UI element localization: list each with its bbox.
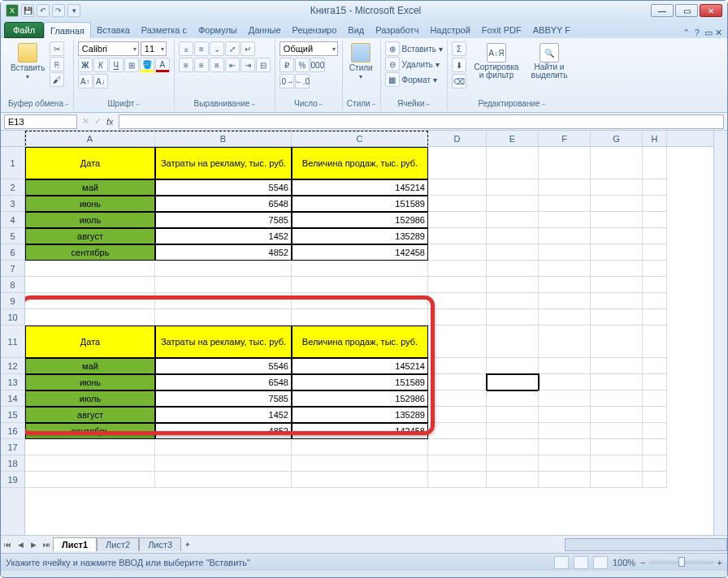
cell[interactable]	[428, 374, 487, 390]
cell[interactable]	[539, 277, 591, 293]
name-box[interactable]: E13	[4, 114, 77, 129]
align-right-icon[interactable]: ≡	[210, 58, 224, 72]
cell[interactable]	[155, 472, 292, 488]
cell[interactable]	[591, 374, 643, 390]
column-header[interactable]: H	[643, 131, 667, 146]
underline-icon[interactable]: Ч	[109, 58, 124, 72]
ribbon-options-icon[interactable]: ▭ ✕	[704, 28, 722, 38]
column-header[interactable]: E	[487, 131, 539, 146]
cell[interactable]: сентябрь	[25, 423, 155, 439]
cell[interactable]	[591, 293, 643, 309]
cell[interactable]: 4852	[155, 244, 292, 261]
row-header[interactable]: 3	[1, 196, 24, 212]
row-header[interactable]: 14	[1, 390, 24, 407]
cell[interactable]	[487, 455, 539, 472]
cell[interactable]: июнь	[25, 374, 155, 390]
cell[interactable]	[292, 277, 428, 293]
decrease-indent-icon[interactable]: ⇤	[225, 58, 240, 72]
cell[interactable]	[487, 179, 539, 196]
cell[interactable]	[428, 472, 487, 488]
cut-icon[interactable]: ✂	[50, 41, 64, 56]
delete-cells-button[interactable]: ⊖Удалить ▾	[385, 57, 440, 71]
cell[interactable]	[591, 196, 643, 212]
cell[interactable]	[539, 212, 591, 228]
cell[interactable]: 142458	[292, 244, 428, 261]
cell[interactable]	[591, 277, 643, 293]
cell[interactable]	[539, 407, 591, 423]
new-sheet-icon[interactable]: ✦	[181, 538, 194, 551]
cell[interactable]	[428, 179, 487, 196]
sheet-nav-last-icon[interactable]: ⏭	[40, 538, 53, 551]
maximize-button[interactable]: ▭	[675, 4, 698, 17]
cell[interactable]	[591, 455, 643, 472]
cell[interactable]	[487, 196, 539, 212]
styles-button[interactable]: Стили ▾	[347, 41, 375, 82]
cell[interactable]	[539, 261, 591, 277]
cell[interactable]	[487, 147, 539, 179]
row-header[interactable]: 12	[1, 358, 24, 374]
tab-home[interactable]: Главная	[44, 22, 91, 38]
cell[interactable]	[25, 293, 155, 309]
find-select-button[interactable]: 🔍 Найти и выделить	[526, 41, 572, 81]
page-layout-view-icon[interactable]	[574, 556, 588, 569]
cell[interactable]	[539, 439, 591, 455]
cell[interactable]: Величина продаж, тыс. руб.	[292, 147, 428, 179]
cell[interactable]	[155, 439, 292, 455]
cell[interactable]: 4852	[155, 423, 292, 439]
cell[interactable]: июнь	[25, 196, 155, 212]
row-header[interactable]: 2	[1, 179, 24, 196]
cell[interactable]	[487, 390, 539, 407]
row-header[interactable]: 10	[1, 309, 24, 326]
cell[interactable]	[539, 423, 591, 439]
cell[interactable]	[487, 228, 539, 244]
row-header[interactable]: 18	[1, 455, 24, 472]
cell[interactable]	[487, 439, 539, 455]
cell[interactable]	[487, 374, 539, 390]
row-header[interactable]: 4	[1, 212, 24, 228]
excel-icon[interactable]: X	[6, 4, 19, 17]
cell[interactable]: Величина продаж, тыс. руб.	[292, 326, 428, 358]
cell[interactable]	[539, 196, 591, 212]
row-header[interactable]: 6	[1, 244, 24, 261]
cell[interactable]: 145214	[292, 179, 428, 196]
fill-color-icon[interactable]: 🪣	[140, 58, 154, 72]
cell[interactable]	[155, 261, 292, 277]
cell[interactable]: 6548	[155, 196, 292, 212]
cell[interactable]	[487, 472, 539, 488]
cell[interactable]	[591, 472, 643, 488]
cell[interactable]	[155, 293, 292, 309]
cell[interactable]	[591, 358, 643, 374]
cell[interactable]	[487, 326, 539, 358]
cell[interactable]	[428, 455, 487, 472]
cell[interactable]: Затраты на рекламу, тыс. руб.	[155, 326, 292, 358]
comma-icon[interactable]: 000	[310, 58, 325, 72]
cell[interactable]	[25, 455, 155, 472]
sheet-nav-next-icon[interactable]: ▶	[27, 538, 40, 551]
fill-icon[interactable]: ⬇	[452, 58, 466, 72]
qat-undo-icon[interactable]: ↶	[37, 4, 50, 17]
sheet-nav-first-icon[interactable]: ⏮	[1, 538, 14, 551]
ribbon-minimize-icon[interactable]: ⌃	[682, 28, 690, 38]
cell[interactable]	[643, 147, 667, 179]
cell[interactable]	[428, 407, 487, 423]
tab-insert[interactable]: Вставка	[91, 22, 136, 38]
row-header[interactable]: 19	[1, 472, 24, 488]
cell[interactable]: май	[25, 179, 155, 196]
tab-abbyy[interactable]: ABBYY F	[527, 22, 576, 38]
cell[interactable]: 7585	[155, 212, 292, 228]
align-center-icon[interactable]: ≡	[194, 58, 209, 72]
tab-review[interactable]: Рецензиро	[287, 22, 343, 38]
percent-icon[interactable]: %	[295, 58, 310, 72]
cell[interactable]	[155, 277, 292, 293]
format-painter-icon[interactable]: 🖌	[50, 72, 64, 87]
sheet-tab[interactable]: Лист2	[97, 537, 139, 551]
cell[interactable]	[155, 455, 292, 472]
cell[interactable]	[539, 455, 591, 472]
cell[interactable]	[292, 293, 428, 309]
sheet-tab[interactable]: Лист1	[53, 537, 97, 551]
cell[interactable]	[428, 293, 487, 309]
row-header[interactable]: 15	[1, 407, 24, 423]
sheet-nav-prev-icon[interactable]: ◀	[14, 538, 27, 551]
cell[interactable]	[591, 423, 643, 439]
cell[interactable]	[539, 472, 591, 488]
